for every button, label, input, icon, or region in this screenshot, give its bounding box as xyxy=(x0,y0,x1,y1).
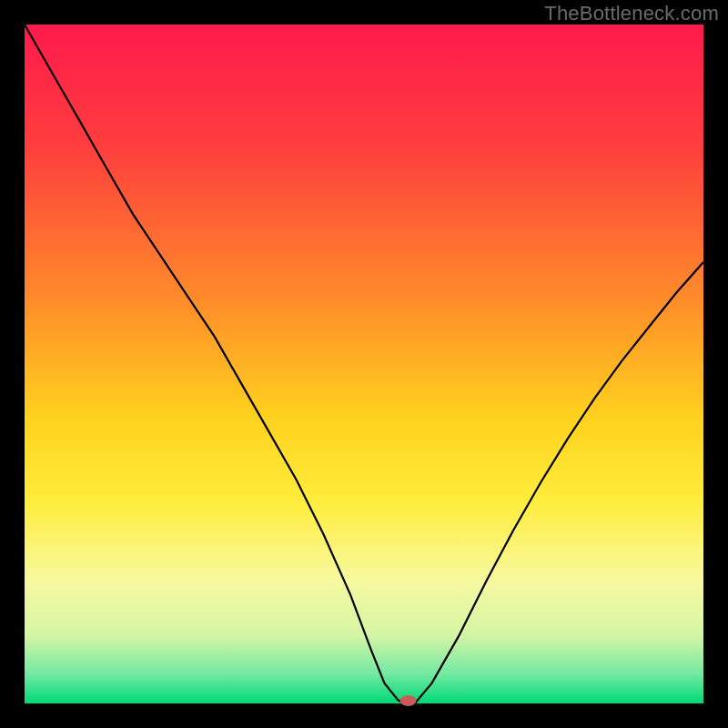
plot-background xyxy=(25,25,703,703)
bottleneck-chart xyxy=(0,0,728,728)
watermark-label: TheBottleneck.com xyxy=(544,2,719,25)
chart-frame: TheBottleneck.com xyxy=(0,0,728,728)
min-point-marker xyxy=(399,695,416,706)
